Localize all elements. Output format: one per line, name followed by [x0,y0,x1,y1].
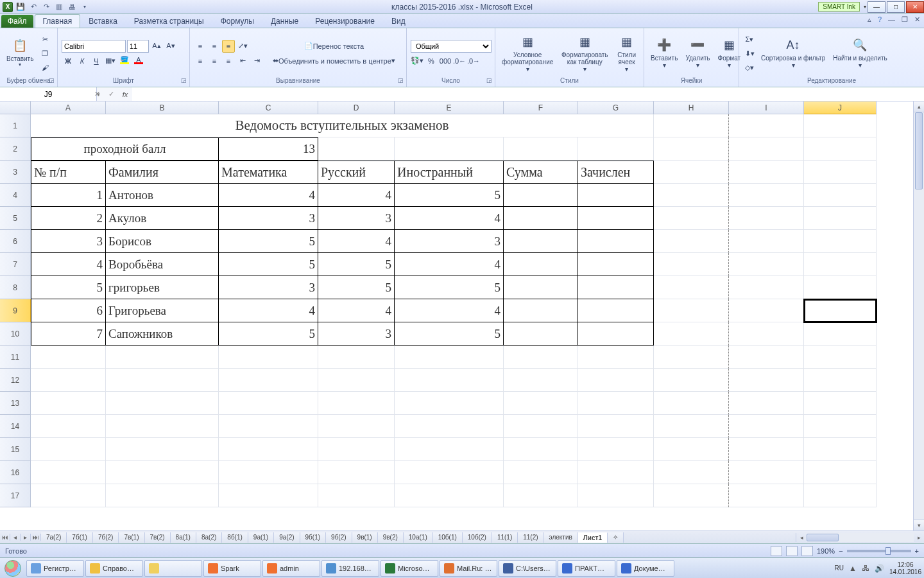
row-header[interactable]: 10 [0,322,31,346]
paste-button[interactable]: 📋 Вставить ▾ [4,37,36,69]
row-header[interactable]: 13 [0,392,31,415]
dialog-launcher-icon[interactable]: ◲ [181,77,187,83]
cell[interactable] [654,438,729,461]
cell[interactable]: 3 [31,230,106,253]
row-header[interactable]: 11 [0,346,31,369]
cell[interactable] [578,415,654,438]
first-sheet-icon[interactable]: ⏮ [0,534,10,541]
cell[interactable]: 4 [395,207,504,230]
zoom-slider[interactable] [847,550,911,552]
qat-icon[interactable]: ▥ [54,2,64,12]
cell[interactable] [654,253,729,276]
cell[interactable] [729,114,804,137]
cell[interactable] [106,392,219,415]
cell[interactable] [804,346,877,369]
cell[interactable] [804,322,877,346]
column-header[interactable]: A [31,101,106,114]
sheet-tab[interactable]: 7а(2) [41,532,67,543]
sheet-tab[interactable]: 9б(2) [326,532,352,543]
cell[interactable] [804,392,877,415]
cell[interactable]: 4 [31,253,106,276]
cell[interactable] [578,322,654,346]
cell[interactable] [804,299,877,322]
row-header[interactable]: 7 [0,253,31,276]
insert-cells-button[interactable]: ➕Вставить▾ [648,37,680,70]
cell[interactable] [318,438,395,461]
cell[interactable] [318,392,395,415]
font-size-input[interactable] [127,40,149,53]
cell[interactable] [578,253,654,276]
font-color-icon[interactable]: A [132,55,145,67]
sheet-tab[interactable]: 10б(1) [433,532,463,543]
cell[interactable] [578,438,654,461]
cell[interactable] [318,137,395,161]
cell[interactable] [804,207,877,230]
horizontal-scrollbar[interactable]: ◂ ▸ [796,533,924,542]
row-header[interactable]: 12 [0,369,31,392]
cell[interactable] [654,322,729,346]
cell[interactable] [804,461,877,484]
row-header[interactable]: 3 [0,161,31,184]
cell[interactable] [395,484,504,507]
taskbar-button[interactable] [144,560,202,577]
cell[interactable] [729,161,804,184]
cell[interactable] [729,322,804,346]
italic-button[interactable]: К [76,55,89,67]
dialog-launcher-icon[interactable]: ◲ [486,77,492,83]
cell[interactable]: Русский [318,161,395,184]
cell[interactable] [729,392,804,415]
cell[interactable]: 5 [395,276,504,299]
cell[interactable] [504,276,578,299]
cell[interactable]: 4 [318,299,395,322]
orientation-icon[interactable]: ⤢▾ [236,40,249,53]
cell[interactable] [106,438,219,461]
row-header[interactable]: 16 [0,461,31,484]
last-sheet-icon[interactable]: ⏭ [31,534,41,541]
cell[interactable] [804,253,877,276]
cell[interactable] [578,461,654,484]
cell[interactable]: 5 [219,230,318,253]
cell[interactable] [654,461,729,484]
sheet-tab[interactable]: 9а(1) [248,532,274,543]
cell[interactable]: 4 [395,299,504,322]
cell[interactable] [318,484,395,507]
scroll-up-icon[interactable]: ▴ [914,101,924,112]
row-header[interactable]: 2 [0,137,31,161]
cell[interactable] [654,369,729,392]
workbook-close-icon[interactable]: ✕ [914,15,920,24]
cell[interactable] [729,253,804,276]
cell[interactable] [578,346,654,369]
cell[interactable] [31,438,106,461]
taskbar-button[interactable]: admin [262,560,320,577]
merge-center-button[interactable]: ⬌ Объединить и поместить в центре ▾ [270,55,398,67]
cell[interactable]: 6 [31,299,106,322]
maximize-button[interactable]: □ [887,1,905,13]
file-tab[interactable]: Файл [1,15,33,28]
cell[interactable] [395,415,504,438]
cell[interactable] [804,415,877,438]
sheet-tab[interactable]: 9в(2) [378,532,404,543]
sheet-tab[interactable]: 8а(1) [171,532,196,543]
help-icon[interactable]: ? [878,15,882,24]
cell[interactable] [654,299,729,322]
cell[interactable] [31,392,106,415]
taskbar-button[interactable]: ПРАКТ… [558,560,615,577]
cell[interactable] [804,137,877,161]
cell[interactable] [31,369,106,392]
cell[interactable] [654,207,729,230]
print-icon[interactable]: 🖶 [67,2,77,12]
cell[interactable] [504,392,578,415]
cell[interactable] [729,369,804,392]
cell[interactable] [504,137,578,161]
cancel-formula-icon[interactable]: ✕ [90,90,104,98]
fill-color-icon[interactable]: 🪣 [118,55,131,67]
cell[interactable]: 4 [318,230,395,253]
fx-icon[interactable]: fx [118,91,132,98]
cell[interactable] [504,207,578,230]
cell[interactable]: Фамилия [106,161,219,184]
cell[interactable]: № п/п [31,161,106,184]
cell[interactable] [804,484,877,507]
workbook-restore-icon[interactable]: ❐ [902,15,908,24]
name-box[interactable]: ▾ [0,87,90,101]
comma-style-icon[interactable]: 000 [439,55,452,67]
